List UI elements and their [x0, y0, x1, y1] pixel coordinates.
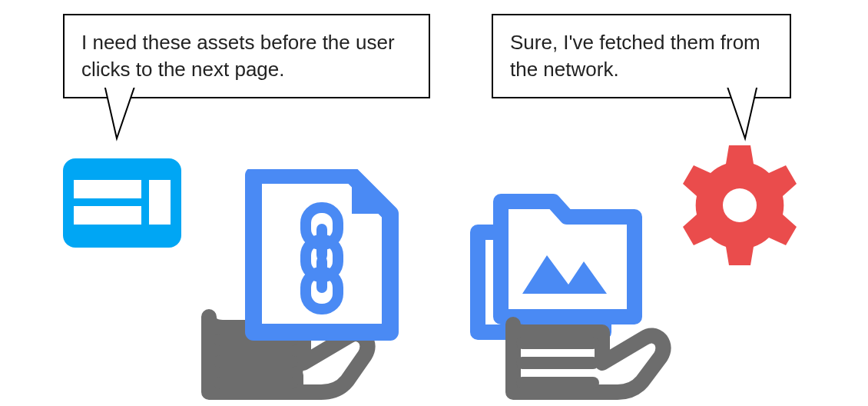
svg-rect-5 — [74, 180, 141, 198]
gear-icon — [674, 140, 805, 271]
webpage-layout-icon — [63, 158, 181, 248]
speech-text-right: Sure, I've fetched them from the network… — [510, 31, 760, 81]
svg-rect-6 — [74, 206, 141, 225]
svg-rect-1 — [103, 85, 137, 88]
document-chain-icon — [253, 175, 390, 332]
illustration-area — [0, 138, 868, 406]
speech-tail-left — [98, 85, 152, 146]
svg-marker-0 — [104, 85, 135, 138]
pointing-hand-icon — [513, 324, 664, 392]
svg-rect-3 — [725, 85, 759, 88]
svg-point-20 — [723, 188, 757, 222]
response-hand-folder — [470, 185, 701, 400]
folder-image-icon — [501, 201, 634, 317]
svg-rect-7 — [149, 180, 171, 225]
request-hand-document — [177, 169, 415, 400]
speech-tail-right — [721, 85, 774, 146]
speech-text-left: I need these assets before the user clic… — [81, 31, 395, 81]
svg-marker-2 — [727, 85, 757, 138]
